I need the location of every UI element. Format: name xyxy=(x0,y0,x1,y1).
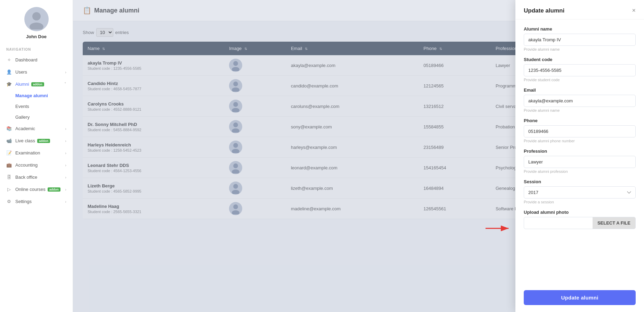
student-code-group: Student code Provide student code xyxy=(524,57,636,82)
phone-label: Phone xyxy=(524,118,636,123)
sidebar-item-dashboard[interactable]: ⟡ Dashboard xyxy=(0,53,73,66)
examination-icon: 📝 xyxy=(6,150,12,155)
chevron-right-icon-liveclass: › xyxy=(65,139,66,143)
sidebar: John Doe NAVIGATION ⟡ Dashboard 👤 Users … xyxy=(0,0,73,312)
alumni-submenu: Manage alumni Events Gallery xyxy=(0,90,73,123)
sidebar-item-back-office[interactable]: 🗄 Back office › xyxy=(0,171,73,183)
alumni-badge: addon xyxy=(31,82,44,86)
drawer-title: Update alumni xyxy=(524,7,564,14)
nav-label: NAVIGATION xyxy=(0,48,73,51)
select-file-button[interactable]: SELECT A FILE xyxy=(593,217,635,229)
student-code-input[interactable] xyxy=(524,64,636,76)
settings-icon: ⚙ xyxy=(6,199,12,204)
sidebar-item-manage-alumni[interactable]: Manage alumni xyxy=(0,90,73,101)
email-group: Email Provide alumni name xyxy=(524,87,636,112)
alumni-name-group: Alumni name Provide alumni name xyxy=(524,26,636,51)
photo-group: Upload alumni photo SELECT A FILE xyxy=(524,210,636,229)
back-office-icon: 🗄 xyxy=(6,175,12,180)
avatar xyxy=(24,7,49,31)
username: John Doe xyxy=(26,34,47,39)
chevron-right-icon-examination: › xyxy=(65,151,66,155)
session-select[interactable]: 20152016201720182019202020212022 xyxy=(524,186,636,199)
chevron-right-icon-accounting: › xyxy=(65,163,66,167)
chevron-right-icon-settings: › xyxy=(65,200,66,204)
session-hint: Provide a session xyxy=(524,200,636,204)
alumni-name-input[interactable] xyxy=(524,34,636,46)
svg-point-0 xyxy=(32,12,41,20)
profession-hint: Provide alumni profession xyxy=(524,169,636,174)
sidebar-item-live-class[interactable]: 📹 Live class addon › xyxy=(0,135,73,147)
sidebar-item-examination[interactable]: 📝 Examination › xyxy=(0,147,73,159)
sidebar-item-academic[interactable]: 📚 Academic › xyxy=(0,123,73,135)
chevron-right-icon: › xyxy=(65,70,66,74)
dashboard-icon: ⟡ xyxy=(6,57,12,62)
svg-point-1 xyxy=(30,23,43,29)
upload-input xyxy=(524,220,593,226)
sidebar-item-gallery[interactable]: Gallery xyxy=(0,112,73,123)
sidebar-item-online-courses[interactable]: ▷ Online courses addon › xyxy=(0,183,73,195)
phone-group: Phone Provide alumni phone number xyxy=(524,118,636,143)
email-hint: Provide alumni name xyxy=(524,108,636,112)
photo-label: Upload alumni photo xyxy=(524,210,636,215)
alumni-name-hint: Provide alumni name xyxy=(524,47,636,51)
drawer-header: Update alumni × xyxy=(515,0,644,19)
live-class-badge: addon xyxy=(37,139,50,143)
sidebar-item-settings[interactable]: ⚙ Settings › xyxy=(0,195,73,208)
email-label: Email xyxy=(524,87,636,93)
sidebar-item-events[interactable]: Events xyxy=(0,101,73,112)
sidebar-item-alumni[interactable]: 🎓 Alumni addon ˅ xyxy=(0,78,73,90)
phone-input[interactable] xyxy=(524,125,636,137)
chevron-right-icon-academic: › xyxy=(65,127,66,131)
profession-input[interactable] xyxy=(524,156,636,168)
upload-row: SELECT A FILE xyxy=(524,217,636,229)
accounting-icon: 💼 xyxy=(6,162,12,168)
drawer-footer: Update alumni xyxy=(515,285,644,312)
chevron-right-icon-backoffice: › xyxy=(65,175,66,179)
live-class-icon: 📹 xyxy=(6,138,12,143)
update-alumni-drawer: Update alumni × Alumni name Provide alum… xyxy=(515,0,644,312)
student-code-label: Student code xyxy=(524,57,636,62)
session-label: Session xyxy=(524,179,636,184)
users-icon: 👤 xyxy=(6,69,12,75)
drawer-body: Alumni name Provide alumni name Student … xyxy=(515,19,644,285)
academic-icon: 📚 xyxy=(6,126,12,131)
chevron-down-icon: ˅ xyxy=(64,82,66,86)
alumni-icon: 🎓 xyxy=(6,82,12,87)
profession-group: Profession Provide alumni profession xyxy=(524,149,636,174)
alumni-name-label: Alumni name xyxy=(524,26,636,32)
chevron-right-icon-online: › xyxy=(65,187,66,192)
online-courses-icon: ▷ xyxy=(6,187,12,192)
update-alumni-button[interactable]: Update alumni xyxy=(524,290,636,305)
email-input[interactable] xyxy=(524,95,636,107)
session-group: Session 20152016201720182019202020212022… xyxy=(524,179,636,204)
sidebar-item-users[interactable]: 👤 Users › xyxy=(0,66,73,78)
online-courses-badge: addon xyxy=(48,187,60,192)
phone-hint: Provide alumni phone number xyxy=(524,139,636,143)
close-button[interactable]: × xyxy=(632,7,636,14)
profession-label: Profession xyxy=(524,149,636,154)
student-code-hint: Provide student code xyxy=(524,78,636,82)
sidebar-item-accounting[interactable]: 💼 Accounting › xyxy=(0,159,73,171)
